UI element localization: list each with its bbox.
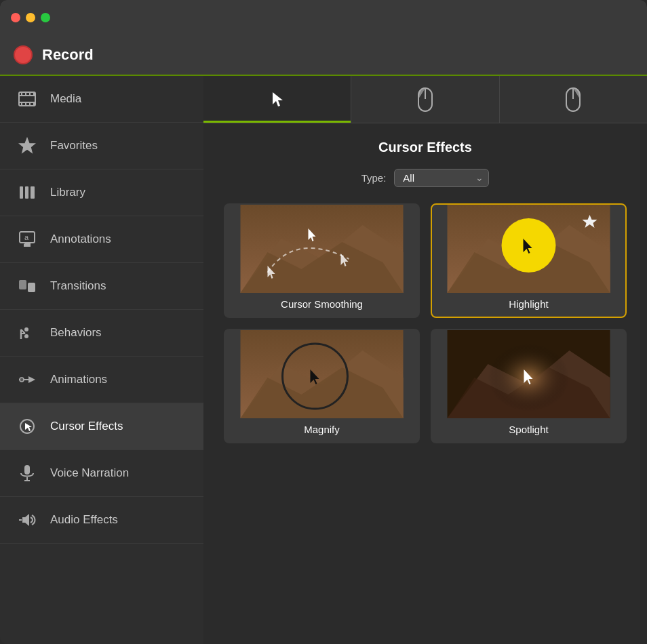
svg-rect-2 <box>19 102 35 103</box>
effects-grid: Cursor Smoothing <box>224 203 627 443</box>
highlight-label: Highlight <box>432 293 625 317</box>
svg-rect-12 <box>20 186 23 199</box>
sidebar-label-animations: Animations <box>50 373 107 386</box>
svg-rect-13 <box>25 186 28 199</box>
star-icon <box>16 135 38 157</box>
tab-cursor[interactable] <box>203 76 351 123</box>
library-icon <box>16 182 38 203</box>
svg-text:a: a <box>24 233 29 241</box>
effect-card-magnify[interactable]: Magnify <box>224 329 420 443</box>
sidebar-item-voice-narration[interactable]: Voice Narration <box>0 450 203 497</box>
content-area: Cursor Effects Type: All Click Move <box>203 76 647 644</box>
type-select[interactable]: All Click Move <box>394 169 489 187</box>
cursor-smoothing-thumb <box>225 205 418 293</box>
sidebar-item-library[interactable]: Library <box>0 169 203 216</box>
cursor-effects-icon <box>16 416 38 437</box>
record-bar: Record <box>0 35 647 76</box>
sidebar-item-media[interactable]: Media <box>0 76 203 123</box>
effect-card-cursor-smoothing[interactable]: Cursor Smoothing <box>224 203 420 318</box>
sidebar-label-transitions: Transitions <box>50 279 106 293</box>
svg-point-27 <box>20 378 24 382</box>
close-button[interactable] <box>11 13 20 22</box>
svg-rect-1 <box>19 95 35 96</box>
sidebar-label-cursor-effects: Cursor Effects <box>50 420 123 433</box>
svg-marker-35 <box>273 92 283 106</box>
sidebar-item-favorites[interactable]: Favorites <box>0 123 203 169</box>
sidebar-label-audio-effects: Audio Effects <box>50 513 118 527</box>
traffic-lights <box>11 13 50 22</box>
sidebar-item-animations[interactable]: Animations <box>0 357 203 403</box>
magnify-thumb <box>225 330 418 418</box>
sidebar-label-media: Media <box>50 92 81 106</box>
titlebar <box>0 0 647 35</box>
film-icon <box>16 88 38 110</box>
maximize-button[interactable] <box>41 13 50 22</box>
svg-rect-5 <box>29 92 31 95</box>
sidebar-label-voice-narration: Voice Narration <box>50 466 129 480</box>
svg-point-24 <box>24 334 28 338</box>
tab-left-click[interactable] <box>351 76 499 123</box>
svg-rect-3 <box>21 92 22 95</box>
effect-card-highlight[interactable]: Highlight <box>431 203 627 318</box>
section-title: Cursor Effects <box>224 140 627 155</box>
transitions-icon <box>16 275 38 297</box>
sidebar-item-audio-effects[interactable]: Audio Effects <box>0 497 203 544</box>
sidebar-label-library: Library <box>50 186 85 199</box>
svg-rect-18 <box>19 280 26 289</box>
svg-marker-29 <box>25 423 32 431</box>
svg-rect-4 <box>25 92 26 95</box>
main-layout: Media Favorites Library <box>0 76 647 644</box>
svg-rect-30 <box>24 465 30 475</box>
svg-rect-8 <box>25 103 26 106</box>
type-label: Type: <box>361 172 387 184</box>
cursor-smoothing-label: Cursor Smoothing <box>225 293 418 317</box>
svg-rect-10 <box>33 103 35 106</box>
highlight-thumb <box>432 205 625 293</box>
sidebar: Media Favorites Library <box>0 76 203 644</box>
tab-right-click[interactable] <box>500 76 647 123</box>
sidebar-item-behaviors[interactable]: Behaviors <box>0 310 203 357</box>
behaviors-icon <box>16 322 38 344</box>
content-inner: Cursor Effects Type: All Click Move <box>203 123 647 644</box>
record-dot[interactable] <box>14 45 33 64</box>
svg-marker-26 <box>28 376 35 383</box>
tab-bar <box>203 76 647 123</box>
svg-marker-11 <box>20 138 35 153</box>
sidebar-label-behaviors: Behaviors <box>50 326 102 340</box>
type-select-wrapper: All Click Move <box>394 169 489 187</box>
spotlight-thumb <box>432 330 625 418</box>
sidebar-item-cursor-effects[interactable]: Cursor Effects <box>0 403 203 450</box>
svg-rect-7 <box>21 103 22 106</box>
svg-rect-19 <box>28 283 35 292</box>
type-row: Type: All Click Move <box>224 169 627 187</box>
animations-icon <box>16 369 38 390</box>
record-title: Record <box>42 46 94 64</box>
sidebar-item-annotations[interactable]: a Annotations <box>0 216 203 263</box>
annotations-icon: a <box>16 228 38 250</box>
effect-card-spotlight[interactable]: Spotlight <box>431 329 627 443</box>
svg-rect-9 <box>29 103 31 106</box>
microphone-icon <box>16 462 38 484</box>
svg-rect-6 <box>33 92 35 95</box>
sidebar-label-annotations: Annotations <box>50 233 111 246</box>
minimize-button[interactable] <box>26 13 35 22</box>
spotlight-label: Spotlight <box>432 418 625 442</box>
magnify-label: Magnify <box>225 418 418 442</box>
svg-rect-14 <box>31 186 35 199</box>
svg-marker-33 <box>22 514 29 526</box>
sidebar-item-transitions[interactable]: Transitions <box>0 263 203 310</box>
sidebar-label-favorites: Favorites <box>50 139 98 153</box>
svg-point-23 <box>24 327 28 331</box>
audio-icon <box>16 509 38 531</box>
